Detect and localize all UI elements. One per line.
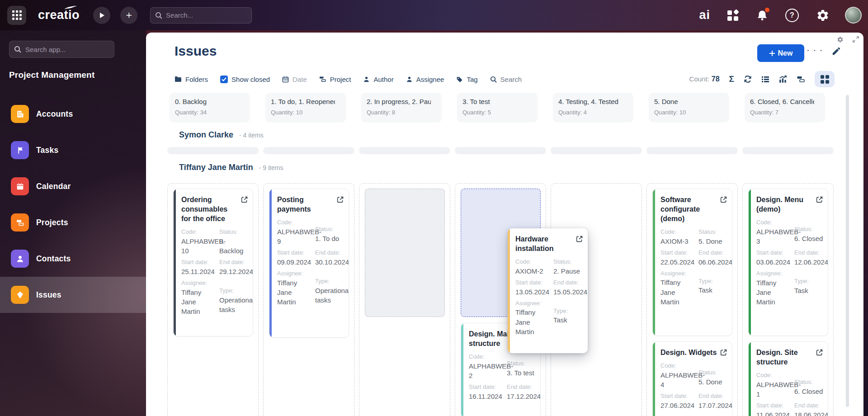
group-header-symon-clarke[interactable]: Symon Clarke - 4 items <box>173 130 264 140</box>
date-filter[interactable]: Date <box>282 76 307 83</box>
issue-card-posting-payments[interactable]: Posting payments Code:ALPHABWEB-9 Status… <box>269 189 349 338</box>
quick-add-button[interactable]: ＋ <box>120 7 137 24</box>
column-header-totest: 3. To test Quantity: 5 <box>457 93 538 123</box>
kanban-view-button-active[interactable] <box>815 71 835 87</box>
issue-card-design-widgets[interactable]: Design. Widgets Code:ALPHABWEB-4 Status:… <box>652 341 732 416</box>
collapsed-card-top[interactable] <box>359 147 450 154</box>
summaries-sigma-button[interactable]: Σ <box>729 74 734 84</box>
card-title: Design. Menu (demo) <box>756 195 813 214</box>
author-filter[interactable]: Author <box>363 76 393 83</box>
field-value-assignee: Tiffany Jane Martin <box>181 288 214 317</box>
field-label-start-date: Start date: <box>277 248 310 257</box>
dragged-issue-card-hardware-installation[interactable]: Hardware installation Code:AXIOM-2 Statu… <box>508 228 588 353</box>
sidebar-item-accounts[interactable]: Accounts <box>0 96 146 132</box>
field-value-start-date: 03.06.2024 <box>756 257 789 267</box>
field-value-type: Task <box>698 285 727 295</box>
list-view-button[interactable] <box>761 76 769 83</box>
column-header-testing: 4. Testing, 4. Tested Quantity: 4 <box>553 93 633 123</box>
tag-filter[interactable]: Tag <box>456 76 477 83</box>
open-record-icon[interactable] <box>336 196 344 203</box>
collapsed-card-top[interactable] <box>167 147 259 154</box>
run-process-button[interactable] <box>93 7 110 24</box>
sidebar-item-tasks[interactable]: Tasks <box>0 132 146 168</box>
collapsed-card-top[interactable] <box>646 147 738 154</box>
field-value-start-date: 13.05.2024 <box>515 287 548 297</box>
open-record-icon[interactable] <box>720 349 727 356</box>
assignee-filter[interactable]: Assignee <box>406 76 444 83</box>
search-filter[interactable]: Search <box>490 76 522 83</box>
folders-filter[interactable]: Folders <box>175 76 208 83</box>
field-label-end-date: End date: <box>698 248 727 257</box>
dashboard-view-button[interactable] <box>797 76 805 83</box>
refresh-button[interactable] <box>744 75 752 83</box>
show-closed-filter[interactable]: Show closed <box>220 76 270 83</box>
field-value-status: 5. Done <box>698 236 727 246</box>
more-actions-button[interactable]: · · · <box>807 46 823 55</box>
new-record-button[interactable]: New <box>757 44 804 62</box>
collapsed-card-top[interactable] <box>263 147 354 154</box>
field-label-end-date: End date: <box>698 392 727 401</box>
sidebar-item-contacts[interactable]: Contacts <box>0 241 146 277</box>
building-icon <box>11 105 29 123</box>
list-icon <box>761 76 769 83</box>
help-button[interactable]: ? <box>785 9 799 22</box>
card-status-stripe <box>653 189 655 336</box>
open-record-icon[interactable] <box>241 196 248 203</box>
creatio-logo: creatio <box>38 8 80 22</box>
field-label-status: Status: <box>794 225 823 234</box>
sidebar-item-label: Calendar <box>36 182 71 191</box>
project-filter[interactable]: Project <box>319 76 351 83</box>
group-header-tiffany-jane-martin[interactable]: Tiffany Jane Martin - 9 items <box>173 163 283 172</box>
sidebar-item-projects[interactable]: Projects <box>0 204 146 241</box>
column-quantity: Quantity: 7 <box>750 109 820 116</box>
field-label-type: Type: <box>315 277 344 286</box>
global-search[interactable] <box>150 7 252 24</box>
issue-card-ordering-consumables[interactable]: Ordering consumables for the office Code… <box>173 189 253 336</box>
global-search-input[interactable] <box>166 11 243 19</box>
app-launcher-button[interactable] <box>7 6 26 25</box>
column-header-todo: 1. To do, 1. Reopened Quantity: 10 <box>265 93 346 123</box>
analytics-view-button[interactable] <box>779 76 787 83</box>
group-name: Tiffany Jane Martin <box>179 163 253 172</box>
open-record-icon[interactable] <box>576 235 583 243</box>
user-avatar[interactable] <box>845 7 862 24</box>
field-label-type: Type: <box>219 286 248 295</box>
column-quantity: Quantity: 10 <box>271 109 340 116</box>
page-settings-gear-icon[interactable] <box>837 36 844 43</box>
open-record-icon[interactable] <box>816 196 823 203</box>
workspace-selector[interactable]: Project Management <box>9 70 94 80</box>
collapse-sidebar-button[interactable] <box>126 45 135 54</box>
logo-swoosh-icon <box>64 5 77 10</box>
collapsed-card-top[interactable] <box>742 147 834 154</box>
quantity-value: 7 <box>775 109 778 116</box>
app-search-input[interactable] <box>25 46 104 53</box>
expand-page-icon[interactable] <box>853 36 859 43</box>
copilot-button[interactable] <box>727 9 739 21</box>
collapsed-card-top[interactable] <box>455 147 546 154</box>
field-value-end-date: 06.06.2024 <box>698 257 727 267</box>
open-record-icon[interactable] <box>816 349 823 356</box>
card-title: Design. Widgets <box>660 348 717 357</box>
open-record-icon[interactable] <box>720 196 727 203</box>
settings-button[interactable] <box>816 9 830 22</box>
filter-label: Date <box>292 76 307 83</box>
sidebar-item-issues[interactable]: Issues <box>0 277 146 313</box>
collapsed-card-top[interactable] <box>551 147 642 154</box>
app-search[interactable] <box>9 41 114 58</box>
field-value-start-date: 09.09.2024 <box>277 257 310 267</box>
issue-card-software-configurate[interactable]: Software configurate (demo) Code:AXIOM-3… <box>652 189 732 336</box>
field-label-code: Code: <box>515 257 548 266</box>
card-status-stripe <box>653 342 655 416</box>
sidebar-item-calendar[interactable]: Calendar <box>0 168 146 204</box>
issue-card-design-site-structure[interactable]: Design. Site structure Code:ALPHABWEB-1 … <box>748 341 828 416</box>
issue-card-design-menu[interactable]: Design. Menu (demo) Code:ALPHABWEB-3 Sta… <box>748 189 828 336</box>
chevron-down-icon <box>127 75 131 78</box>
field-value-end-date: 17.12.2024 <box>507 392 536 401</box>
card-status-stripe <box>174 189 176 336</box>
field-label-start-date: Start date: <box>469 383 501 392</box>
field-value-type: Task <box>553 315 582 325</box>
notifications-button[interactable] <box>756 9 768 21</box>
edit-pencil-icon[interactable] <box>831 46 841 56</box>
board-vertical-scrollbar[interactable] <box>846 95 849 407</box>
quantity-value: 10 <box>679 109 686 116</box>
